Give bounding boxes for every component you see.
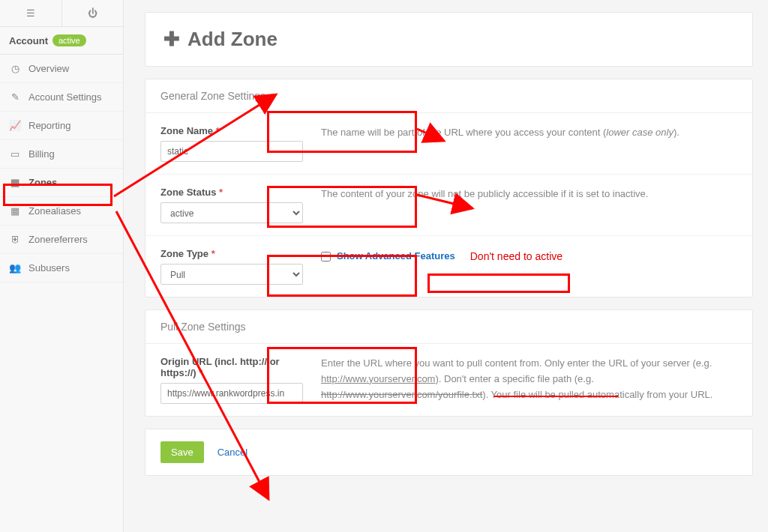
dashboard-icon: ◷: [9, 63, 21, 74]
sidebar-item-label: Billing: [28, 148, 55, 160]
section-heading-pull: Pull Zone Settings: [146, 310, 752, 344]
edit-icon: ✎: [9, 91, 21, 103]
sidebar-item-label: Overview: [28, 63, 69, 74]
show-advanced-checkbox[interactable]: [321, 252, 331, 262]
sidebar-item-zonealiases[interactable]: ▦Zonealiases: [0, 197, 123, 226]
zone-status-help: The content of your zone will not be pub…: [321, 187, 737, 202]
page-title-text: Add Zone: [188, 28, 278, 51]
sidebar-item-label: Zonealiases: [28, 205, 81, 217]
section-heading-general: General Zone Settings: [146, 79, 752, 113]
zone-type-select[interactable]: Pull: [160, 264, 303, 285]
account-status-badge: active: [52, 34, 86, 46]
power-button[interactable]: ⏻: [62, 0, 124, 26]
grid-icon: ▦: [9, 177, 21, 188]
zone-status-label: Zone Status *: [160, 187, 303, 198]
zone-name-label: Zone Name *: [160, 125, 303, 136]
sidebar-top: ☰ ⏻: [0, 0, 123, 27]
sidebar-item-label: Zones: [28, 177, 57, 188]
grid-alt-icon: ▦: [9, 205, 21, 217]
sidebar-item-label: Account Settings: [28, 91, 102, 103]
chart-icon: 📈: [9, 120, 21, 131]
plus-icon: ✚: [164, 28, 180, 51]
origin-url-help: Enter the URL where you want to pull con…: [321, 356, 737, 402]
row-origin-url: Origin URL (incl. http:// or https://) *…: [146, 344, 752, 416]
show-advanced-link[interactable]: Show Advanced Features: [337, 249, 455, 265]
shield-icon: ⛨: [9, 234, 21, 245]
power-icon: ⏻: [88, 7, 98, 19]
row-zone-name: Zone Name * The name will be part of the…: [146, 113, 752, 175]
zone-type-label: Zone Type *: [160, 248, 303, 259]
label-text: Zone Name: [160, 125, 213, 136]
sidebar-item-zones[interactable]: ▦Zones: [0, 169, 123, 197]
page-title: ✚ Add Zone: [164, 28, 734, 51]
cancel-link[interactable]: Cancel: [218, 447, 248, 458]
actions-panel: Save Cancel: [145, 429, 753, 476]
zone-status-select[interactable]: active: [160, 202, 303, 223]
zone-name-help: The name will be part of the URL where y…: [321, 125, 737, 141]
row-zone-status: Zone Status * active The content of your…: [146, 175, 752, 236]
main-content: ✚ Add Zone General Zone Settings Zone Na…: [124, 0, 768, 532]
label-text: Origin URL (incl. http:// or https://): [160, 356, 280, 378]
sidebar-item-overview[interactable]: ◷Overview: [0, 55, 123, 83]
page-title-panel: ✚ Add Zone: [145, 12, 753, 67]
pull-zone-settings-panel: Pull Zone Settings Origin URL (incl. htt…: [145, 309, 753, 417]
required-marker: *: [216, 125, 220, 136]
sidebar-item-subusers[interactable]: 👥Subusers: [0, 254, 123, 282]
sidebar-item-reporting[interactable]: 📈Reporting: [0, 112, 123, 140]
menu-toggle[interactable]: ☰: [0, 0, 62, 26]
origin-url-label: Origin URL (incl. http:// or https://) *: [160, 356, 303, 378]
sidebar-nav: ◷Overview ✎Account Settings 📈Reporting ▭…: [0, 55, 123, 282]
required-marker: *: [212, 248, 215, 259]
sidebar-item-zonereferrers[interactable]: ⛨Zonereferrers: [0, 226, 123, 254]
row-zone-type: Zone Type * Pull Show Advanced Features …: [146, 236, 752, 297]
label-text: Zone Status: [160, 187, 216, 198]
users-icon: 👥: [9, 262, 21, 273]
zone-name-input[interactable]: [160, 141, 303, 162]
sidebar-item-label: Reporting: [28, 120, 70, 131]
card-icon: ▭: [9, 148, 21, 160]
save-button[interactable]: Save: [160, 441, 204, 463]
sidebar-item-label: Zonereferrers: [28, 234, 88, 245]
sidebar: ☰ ⏻ Account active ◷Overview ✎Account Se…: [0, 0, 124, 532]
required-marker: *: [199, 367, 202, 378]
origin-url-input[interactable]: [160, 383, 303, 404]
label-text: Zone Type: [160, 248, 208, 259]
hamburger-icon: ☰: [26, 7, 35, 19]
sidebar-item-label: Subusers: [28, 262, 70, 273]
sidebar-account-header: Account active: [0, 27, 123, 55]
annotation-dont-need: Don't need to active: [470, 248, 562, 265]
general-zone-settings-panel: General Zone Settings Zone Name * The na…: [145, 79, 753, 297]
sidebar-item-billing[interactable]: ▭Billing: [0, 140, 123, 169]
sidebar-item-account-settings[interactable]: ✎Account Settings: [0, 83, 123, 112]
account-label: Account: [9, 35, 48, 46]
required-marker: *: [219, 187, 223, 198]
